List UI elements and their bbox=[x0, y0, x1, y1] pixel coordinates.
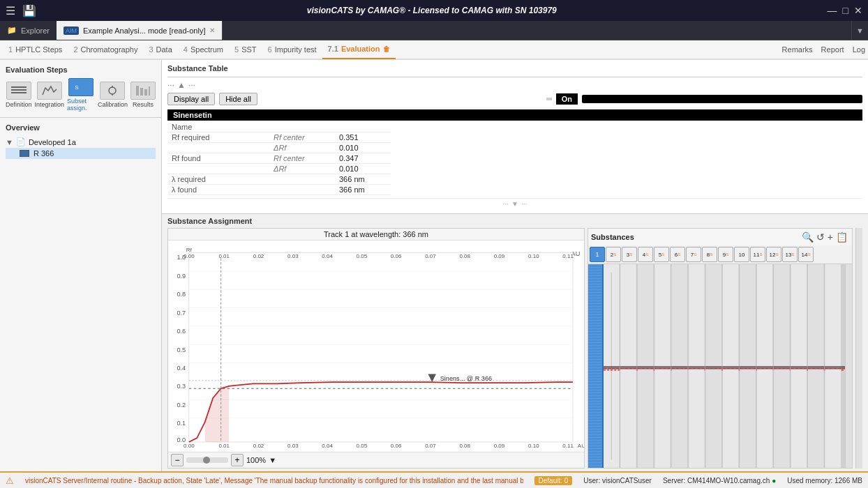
track-5-s[interactable]: 5S bbox=[654, 247, 669, 262]
report-button[interactable]: Report bbox=[821, 45, 844, 54]
folder-icon: 📁 bbox=[7, 26, 17, 35]
svg-point-6 bbox=[109, 87, 116, 94]
close-button[interactable]: ✕ bbox=[854, 5, 862, 16]
svg-text:0.00: 0.00 bbox=[184, 443, 195, 449]
st-row-name-empty bbox=[265, 122, 335, 132]
track-9-s[interactable]: 9S bbox=[718, 247, 733, 262]
title-bar: ☰ 💾 visionCATS by CAMAG® - Licensed to C… bbox=[0, 0, 868, 21]
step-subset-assign[interactable]: S Subset assign. bbox=[67, 78, 95, 112]
add-icon[interactable]: + bbox=[828, 231, 833, 243]
copy-icon[interactable]: 📋 bbox=[836, 231, 848, 243]
tracks-scrollbar[interactable] bbox=[845, 264, 852, 468]
tab-evaluation[interactable]: 7.1 Evaluation 🗑 bbox=[322, 40, 396, 59]
step-calibration[interactable]: Calibration bbox=[98, 82, 128, 108]
st-lambda-req-val: 366 nm bbox=[335, 174, 391, 185]
tab-hptlc-steps[interactable]: 1 HPTLC Steps bbox=[3, 40, 68, 59]
svg-text:0.1: 0.1 bbox=[177, 420, 186, 427]
other-tracks bbox=[604, 264, 845, 468]
save-icon[interactable]: 💾 bbox=[22, 4, 36, 17]
scroll-right-button[interactable]: ··· bbox=[188, 80, 195, 90]
tab-chromatography[interactable]: 2 Chromatography bbox=[68, 40, 143, 59]
zoom-minus-button[interactable]: − bbox=[171, 454, 184, 466]
track-13-s[interactable]: 13S bbox=[782, 247, 798, 262]
toggle-on-label[interactable]: On bbox=[556, 93, 578, 105]
maximize-button[interactable]: □ bbox=[843, 5, 848, 16]
scroll-dots-right[interactable]: ··· bbox=[521, 200, 527, 208]
evaluation-delete-icon[interactable]: 🗑 bbox=[383, 45, 390, 53]
track-10[interactable]: 10 bbox=[734, 247, 749, 262]
tab-data[interactable]: 3 Data bbox=[143, 40, 177, 59]
track-8-s[interactable]: 8S bbox=[702, 247, 717, 262]
substance-table-title: Substance Table bbox=[167, 64, 862, 73]
st-row-name-empty2 bbox=[335, 122, 391, 132]
st-delta-rf-found-val: 0.010 bbox=[335, 164, 391, 174]
status-warning-text: visionCATS Server/Internal routine - Bac… bbox=[25, 477, 523, 485]
hide-all-button[interactable]: Hide all bbox=[219, 93, 257, 105]
svg-rect-12 bbox=[149, 86, 150, 96]
folder-icon: 📄 bbox=[16, 137, 26, 146]
tab-dropdown-button[interactable]: ▼ bbox=[851, 21, 868, 40]
remarks-button[interactable]: Remarks bbox=[782, 45, 813, 54]
hamburger-icon[interactable]: ☰ bbox=[6, 4, 15, 17]
substances-header: Substances 🔍 ↺ + 📋 bbox=[588, 228, 853, 245]
server-status-icon: ● bbox=[772, 477, 776, 485]
scroll-left-button[interactable]: ··· bbox=[167, 80, 174, 90]
document-tab-bar: 📁 Explorer AIM Example Analysi... mode [… bbox=[0, 21, 868, 40]
scroll-down-icon[interactable]: ▼ bbox=[511, 200, 518, 208]
svg-text:0.00: 0.00 bbox=[184, 253, 195, 259]
track-2-s[interactable]: 2S bbox=[606, 247, 621, 262]
chart-area[interactable]: 1.0 0.9 0.8 0.7 0.6 0.5 0.4 0.3 0.2 0.1 … bbox=[168, 241, 584, 452]
st-rf-center-val: 0.351 bbox=[335, 132, 391, 143]
track-14-s[interactable]: 14S bbox=[798, 247, 814, 262]
step-definition[interactable]: Definition bbox=[6, 82, 32, 108]
zoom-thumb[interactable] bbox=[203, 457, 210, 464]
st-rf-found-center-sub: Rf center bbox=[265, 153, 335, 164]
log-button[interactable]: Log bbox=[853, 45, 865, 54]
track-3-s[interactable]: 3S bbox=[622, 247, 637, 262]
st-rf-required-label: Rf required bbox=[167, 132, 265, 143]
st-delta-rf-sub: ΔRf bbox=[265, 143, 335, 153]
undo-icon[interactable]: ↺ bbox=[816, 231, 825, 243]
tab-close-button[interactable]: ✕ bbox=[209, 26, 215, 34]
track-12-s[interactable]: 12S bbox=[766, 247, 781, 262]
st-lambda-found-empty bbox=[265, 185, 335, 195]
window-controls[interactable]: — □ ✕ bbox=[828, 5, 862, 16]
step-results[interactable]: Results bbox=[130, 82, 156, 108]
minimize-button[interactable]: — bbox=[828, 5, 837, 16]
main-right-scrollbar[interactable] bbox=[855, 228, 862, 468]
track-1-strip[interactable] bbox=[588, 264, 604, 468]
svg-text:0.11: 0.11 bbox=[562, 253, 574, 259]
track-4-s[interactable]: 4S bbox=[638, 247, 653, 262]
track-7-s[interactable]: 7S bbox=[686, 247, 701, 262]
scroll-up-icon[interactable]: ▲ bbox=[177, 80, 186, 90]
chevron-down-icon[interactable]: ▼ bbox=[856, 26, 864, 35]
tab-impurity-test[interactable]: 6 Impurity test bbox=[262, 40, 322, 59]
tab-spectrum[interactable]: 4 Spectrum bbox=[178, 40, 229, 59]
tree-item-developed1a[interactable]: ▼ 📄 Developed 1a bbox=[6, 136, 156, 148]
magnify-icon[interactable]: 🔍 bbox=[802, 231, 814, 243]
explorer-tab[interactable]: 📁 Explorer bbox=[0, 21, 57, 40]
zoom-slider[interactable] bbox=[186, 457, 228, 463]
tracks-svg bbox=[604, 264, 845, 468]
substances-label: Substances bbox=[591, 233, 634, 241]
svg-text:0.03: 0.03 bbox=[287, 443, 299, 449]
tracks-visual-area bbox=[588, 264, 853, 468]
scroll-dots-left[interactable]: ··· bbox=[503, 200, 509, 208]
document-tab-1[interactable]: AIM Example Analysi... mode [read-only] … bbox=[57, 21, 223, 40]
memory-info: Used memory: 1266 MB bbox=[787, 477, 862, 485]
track-1[interactable]: 1 bbox=[590, 247, 605, 262]
st-button-row: Display all Hide all On bbox=[167, 93, 862, 105]
tree-child-r366[interactable]: R 366 bbox=[6, 148, 156, 159]
app-suffix: by CAMAG® bbox=[356, 6, 406, 15]
zoom-dropdown-icon[interactable]: ▼ bbox=[269, 456, 276, 464]
track-11-s[interactable]: 11S bbox=[750, 247, 765, 262]
st-lambda-req-label: λ required bbox=[167, 174, 265, 185]
menu-icons[interactable]: ☰ 💾 bbox=[6, 4, 36, 17]
server-label: Server: CM414MO-W10.camag.ch bbox=[663, 477, 770, 485]
display-all-button[interactable]: Display all bbox=[167, 93, 215, 105]
zoom-plus-button[interactable]: + bbox=[231, 454, 244, 466]
app-name: visionCATS bbox=[307, 6, 353, 15]
tab-sst[interactable]: 5 SST bbox=[229, 40, 262, 59]
track-6-s[interactable]: 6S bbox=[670, 247, 685, 262]
step-integration[interactable]: Integration bbox=[35, 82, 65, 108]
